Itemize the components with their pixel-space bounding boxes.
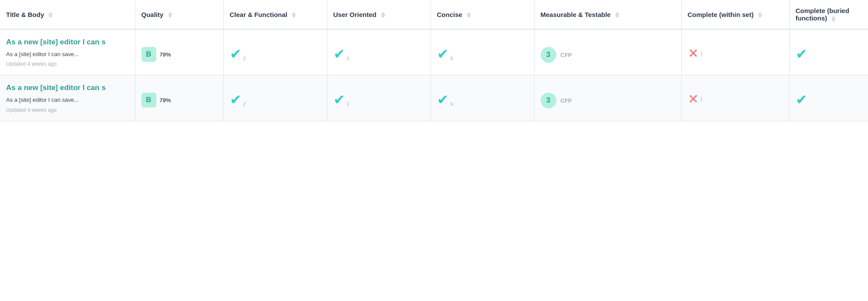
cfp-label: CFP (561, 97, 572, 104)
sort-arrow-up (467, 12, 471, 15)
col-header-complete-within-set[interactable]: Complete (within set) (681, 0, 789, 29)
complete-set-sub: 1 (700, 97, 703, 102)
check-icon: ✔ (230, 47, 242, 61)
col-header-user-oriented[interactable]: User Oriented (327, 0, 431, 29)
cell-complete-buried: ✔ (789, 29, 868, 75)
check-icon: ✔ (796, 93, 807, 107)
concise-sub: 6 (451, 101, 453, 107)
data-table: Title & Body Quality Clear & Functional (0, 0, 868, 121)
sort-arrow-down (292, 15, 296, 18)
col-header-quality[interactable]: Quality (135, 0, 223, 29)
x-icon: ✕ (688, 47, 699, 60)
cell-user-oriented: ✔ 2 (327, 29, 431, 75)
check-icon: ✔ (796, 47, 807, 61)
user-sub: 2 (347, 101, 350, 107)
row-body-text: As a [site] editor I can save... (6, 50, 129, 58)
cell-measurable-testable: 3 CFP (534, 75, 681, 121)
col-header-clear-functional[interactable]: Clear & Functional (223, 0, 327, 29)
table-header-row: Title & Body Quality Clear & Functional (0, 0, 868, 29)
cell-user-oriented: ✔ 2 (327, 75, 431, 121)
sort-icon-title-body[interactable] (48, 12, 53, 18)
complete-set-sub: 1 (700, 51, 703, 56)
sort-arrow-up (292, 12, 296, 15)
col-header-concise[interactable]: Concise (431, 0, 534, 29)
col-header-measurable-label: Measurable & Testable (541, 11, 611, 18)
sort-icon-complete-buried[interactable] (831, 16, 836, 22)
clear-sub: 2 (243, 101, 246, 107)
sort-arrow-down (831, 19, 836, 22)
col-header-clear-label: Clear & Functional (230, 11, 288, 18)
cell-complete-within-set: ✕1 (681, 29, 789, 75)
row-body-text: As a [site] editor I can save... (6, 96, 129, 104)
concise-sub: 6 (451, 56, 453, 61)
sort-arrow-down (381, 15, 385, 18)
cell-clear-functional: ✔ 2 (223, 29, 327, 75)
row-title-link[interactable]: As a new [site] editor I can s (6, 83, 129, 93)
quality-percent: 79% (160, 51, 171, 58)
grade-badge: B (141, 93, 156, 107)
cfp-label: CFP (561, 52, 572, 58)
table-row: As a new [site] editor I can s As a [sit… (0, 29, 868, 75)
sort-arrow-down (168, 15, 172, 18)
sort-arrow-up (168, 12, 172, 15)
check-icon: ✔ (333, 47, 345, 61)
measurable-num-badge: 3 (541, 47, 556, 63)
col-header-user-label: User Oriented (333, 11, 377, 18)
sort-arrow-up (381, 12, 385, 15)
sort-icon-measurable[interactable] (615, 12, 619, 18)
cell-complete-buried: ✔ (789, 75, 868, 121)
measurable-num-badge: 3 (541, 93, 556, 108)
check-icon: ✔ (230, 93, 242, 107)
sort-icon-concise[interactable] (467, 12, 471, 18)
check-icon: ✔ (437, 47, 449, 61)
col-header-title-body[interactable]: Title & Body (0, 0, 135, 29)
col-header-measurable-testable[interactable]: Measurable & Testable (534, 0, 681, 29)
col-header-title-body-label: Title & Body (6, 11, 44, 18)
user-sub: 2 (347, 56, 350, 61)
cell-title-body: As a new [site] editor I can s As a [sit… (0, 29, 135, 75)
col-header-complete-set-label: Complete (within set) (688, 11, 754, 18)
cell-title-body: As a new [site] editor I can s As a [sit… (0, 75, 135, 121)
table-row: As a new [site] editor I can s As a [sit… (0, 75, 868, 121)
sort-icon-quality[interactable] (168, 12, 172, 18)
sort-arrow-down (615, 15, 619, 18)
col-header-concise-label: Concise (437, 11, 462, 18)
x-icon: ✕ (688, 93, 699, 106)
cell-quality: B 79% (135, 29, 223, 75)
cell-concise: ✔ 6 (431, 29, 534, 75)
sort-arrow-up (48, 12, 53, 15)
sort-icon-complete-set[interactable] (758, 12, 762, 18)
check-icon: ✔ (437, 93, 449, 107)
col-header-quality-label: Quality (141, 11, 164, 18)
sort-arrow-up (615, 12, 619, 15)
col-header-complete-buried[interactable]: Complete (buried functions) (789, 0, 868, 29)
main-table-wrapper: Title & Body Quality Clear & Functional (0, 0, 868, 121)
cell-clear-functional: ✔ 2 (223, 75, 327, 121)
sort-icon-clear[interactable] (292, 12, 296, 18)
clear-sub: 2 (243, 56, 246, 61)
quality-percent: 79% (160, 97, 171, 104)
sort-arrow-up (831, 16, 836, 19)
cell-quality: B 79% (135, 75, 223, 121)
grade-badge: B (141, 47, 156, 62)
sort-arrow-down (467, 15, 471, 18)
sort-icon-user[interactable] (381, 12, 385, 18)
row-updated-text: Updated 4 weeks ago (6, 61, 129, 67)
check-icon: ✔ (333, 93, 345, 107)
cell-concise: ✔ 6 (431, 75, 534, 121)
cell-measurable-testable: 3 CFP (534, 29, 681, 75)
cell-complete-within-set: ✕1 (681, 75, 789, 121)
row-title-link[interactable]: As a new [site] editor I can s (6, 37, 129, 47)
sort-arrow-down (48, 15, 53, 18)
sort-arrow-down (758, 15, 762, 18)
row-updated-text: Updated 4 weeks ago (6, 107, 129, 113)
col-header-complete-buried-label: Complete (buried functions) (796, 7, 849, 22)
sort-arrow-up (758, 12, 762, 15)
